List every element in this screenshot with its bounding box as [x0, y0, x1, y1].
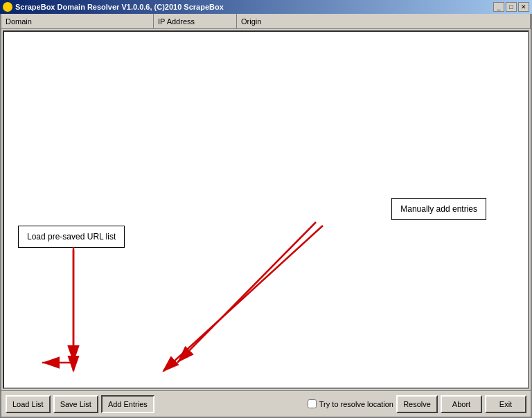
column-origin: Origin [237, 14, 531, 28]
column-headers: Domain IP Address Origin [1, 14, 531, 29]
minimize-button[interactable]: _ [493, 2, 504, 12]
app-icon [3, 2, 12, 12]
exit-button[interactable]: Exit [485, 395, 526, 413]
load-list-button[interactable]: Load List [6, 395, 51, 413]
bottom-bar: Load List Save List Add Entries Try to r… [1, 390, 531, 417]
titlebar-controls[interactable]: _ □ ✕ [493, 2, 529, 12]
resolve-location-checkbox[interactable] [308, 399, 317, 408]
data-area: Load pre-saved URL list Manually add ent… [3, 30, 529, 389]
save-list-button[interactable]: Save List [53, 395, 98, 413]
titlebar-left: ScrapeBox Domain Resolver V1.0.0.6, (C)2… [3, 2, 224, 12]
maximize-button[interactable]: □ [506, 2, 517, 12]
tooltip-manual-text: Manually add entries [400, 204, 477, 214]
manual-arrow-line [177, 222, 316, 363]
resolve-location-text: Try to resolve location [319, 400, 393, 408]
manual-arrow [163, 226, 323, 371]
resolve-location-label[interactable]: Try to resolve location [308, 399, 393, 408]
app-title: ScrapeBox Domain Resolver V1.0.0.6, (C)2… [15, 3, 224, 11]
resolve-button[interactable]: Resolve [396, 395, 438, 413]
add-entries-button[interactable]: Add Entries [101, 395, 154, 413]
main-window: Domain IP Address Origin Load pre-saved … [0, 14, 532, 418]
titlebar: ScrapeBox Domain Resolver V1.0.0.6, (C)2… [0, 0, 532, 14]
column-domain: Domain [1, 14, 154, 28]
tooltip-manual: Manually add entries [391, 198, 486, 220]
tooltip-load: Load pre-saved URL list [18, 226, 125, 248]
close-button[interactable]: ✕ [518, 2, 529, 12]
column-ip: IP Address [154, 14, 237, 28]
tooltip-load-text: Load pre-saved URL list [27, 232, 116, 242]
abort-button[interactable]: Abort [441, 395, 482, 413]
